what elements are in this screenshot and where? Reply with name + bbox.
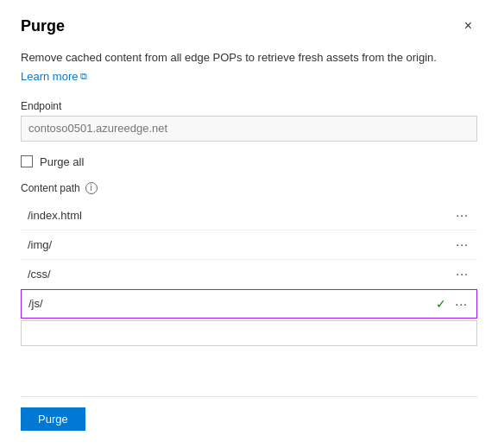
dialog-description: Remove cached content from all edge POPs…: [21, 49, 477, 66]
content-path-header: Content path i: [21, 182, 477, 194]
check-icon: ✓: [436, 297, 446, 311]
path-text: /css/: [28, 268, 451, 281]
endpoint-label: Endpoint: [21, 100, 477, 112]
path-row: /index.html ···: [21, 201, 477, 230]
path-more-button[interactable]: ···: [450, 295, 473, 312]
path-text: /img/: [28, 238, 451, 251]
purge-all-row: Purge all: [21, 155, 477, 168]
path-text: /js/: [28, 297, 436, 310]
path-row: /img/ ···: [21, 230, 477, 260]
close-button[interactable]: ×: [459, 17, 477, 35]
content-path-label: Content path: [21, 182, 80, 194]
purge-dialog: Purge × Remove cached content from all e…: [0, 0, 498, 448]
learn-more-label: Learn more: [21, 70, 78, 83]
path-list: /index.html ··· /img/ ··· /css/ ··· /js/…: [21, 201, 477, 383]
purge-button[interactable]: Purge: [21, 407, 85, 431]
path-more-button[interactable]: ···: [451, 206, 474, 224]
path-more-button[interactable]: ···: [451, 236, 474, 253]
external-link-icon: ⧉: [80, 71, 87, 82]
path-row-active: /js/ ✓ ···: [21, 289, 477, 319]
purge-all-checkbox[interactable]: [21, 155, 33, 167]
path-more-button[interactable]: ···: [451, 265, 474, 282]
learn-more-link[interactable]: Learn more ⧉: [21, 70, 477, 83]
dialog-header: Purge ×: [21, 17, 477, 35]
info-icon: i: [85, 182, 98, 194]
dialog-title: Purge: [21, 17, 65, 35]
path-text: /index.html: [28, 209, 451, 222]
path-row: /css/ ···: [21, 260, 477, 289]
purge-all-label: Purge all: [40, 155, 84, 168]
endpoint-input[interactable]: [21, 116, 477, 142]
dialog-footer: Purge: [21, 396, 477, 431]
new-path-input[interactable]: [28, 326, 473, 339]
new-path-row: [21, 320, 477, 346]
